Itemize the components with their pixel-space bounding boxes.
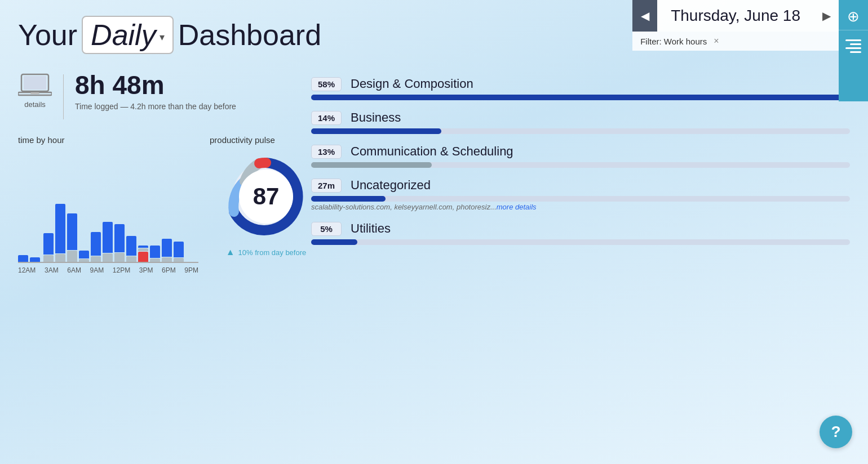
x-label-12pm: 12PM	[113, 266, 130, 274]
right-panel: 58%Design & Composition14%Business13%Com…	[311, 71, 850, 274]
header: Your Daily ▾ Dashboard ◀ Thursday, June …	[0, 0, 868, 60]
svg-rect-3	[30, 92, 39, 94]
donut-area: productivity pulse	[210, 135, 322, 257]
category-header: 5%Utilities	[311, 221, 850, 236]
category-badge: 58%	[311, 77, 342, 91]
x-label-6pm: 6PM	[162, 266, 176, 274]
bar-group	[55, 204, 65, 262]
progress-bar-fill	[311, 95, 850, 100]
bar-group	[18, 255, 28, 262]
progress-bar-fill	[311, 196, 386, 202]
x-label-3pm: 3PM	[139, 266, 153, 274]
filter-close-button[interactable]: ×	[714, 36, 719, 46]
bar-group	[30, 257, 40, 262]
x-label-9pm: 9PM	[184, 266, 198, 274]
progress-bar-fill	[311, 128, 441, 134]
progress-bar-track	[311, 95, 850, 100]
time-by-hour-label: time by hour	[18, 135, 198, 145]
date-nav-area: ◀ Thursday, June 18 ▶ Filter: Work hours…	[632, 0, 839, 51]
category-name: Design & Composition	[351, 77, 473, 91]
uncategorized-sub: scalability-solutions.com, kelseyyarnell…	[311, 203, 850, 211]
laptop-icon-wrap: details	[18, 73, 52, 109]
progress-bar-track	[311, 196, 850, 202]
filter-label: Filter: Work hours	[640, 37, 707, 46]
bar-group	[150, 246, 160, 262]
bar-group	[79, 251, 89, 262]
title-dashboard: Dashboard	[178, 18, 321, 52]
x-axis: 12AM 3AM 6AM 9AM 12PM 3PM 6PM 9PM	[18, 266, 198, 274]
prev-day-button[interactable]: ◀	[632, 0, 657, 32]
bar-group	[91, 232, 101, 262]
progress-bar-fill	[311, 162, 432, 168]
title-area: Your Daily ▾ Dashboard	[18, 16, 321, 54]
filter-row: Filter: Work hours ×	[632, 32, 839, 51]
details-label[interactable]: details	[24, 100, 46, 109]
side-panel: ⊕	[839, 0, 868, 101]
bar-group	[162, 239, 172, 262]
date-row: ◀ Thursday, June 18 ▶	[632, 0, 839, 32]
category-header: 27mUncategorized	[311, 178, 850, 193]
bar-group	[114, 224, 125, 262]
category-header: 58%Design & Composition	[311, 77, 850, 91]
daily-dropdown-icon[interactable]: ▾	[160, 31, 165, 43]
category-item: 13%Communication & Scheduling	[311, 144, 850, 168]
category-badge: 27m	[311, 179, 342, 193]
date-navigation: ◀ Thursday, June 18 ▶ Filter: Work hours…	[632, 0, 839, 51]
x-label-6am: 6AM	[67, 266, 81, 274]
bar-group	[174, 242, 184, 262]
left-panel: details 8h 48m Time logged — 4.2h more t…	[18, 71, 289, 274]
category-item: 27mUncategorizedscalability-solutions.co…	[311, 178, 850, 211]
category-item: 14%Business	[311, 110, 850, 134]
donut-chart: 87	[221, 151, 311, 242]
category-badge: 13%	[311, 145, 342, 159]
bar-chart: time by hour 12AM 3AM 6AM 9AM 12PM 3PM 6…	[18, 135, 198, 274]
vertical-divider	[63, 74, 64, 119]
category-badge: 5%	[311, 222, 342, 236]
donut-score: 87	[253, 183, 280, 210]
x-label-12am: 12AM	[18, 266, 36, 274]
bar-group	[103, 222, 113, 262]
x-label-9am: 9AM	[90, 266, 104, 274]
category-badge: 14%	[311, 111, 342, 125]
progress-bar-track	[311, 162, 850, 168]
bar-group	[126, 236, 136, 262]
list-view-icon[interactable]	[840, 35, 867, 57]
time-description: Time logged — 4.2h more than the day bef…	[75, 102, 236, 111]
category-item: 58%Design & Composition	[311, 77, 850, 100]
more-details-link[interactable]: more details	[497, 203, 537, 211]
add-icon[interactable]: ⊕	[839, 5, 868, 30]
help-button[interactable]: ?	[820, 416, 852, 448]
x-label-3am: 3AM	[45, 266, 59, 274]
donut-footer: ▲ 10% from day before	[226, 247, 307, 257]
category-name: Utilities	[351, 221, 391, 236]
current-date: Thursday, June 18	[657, 0, 814, 32]
time-info: 8h 48m Time logged — 4.2h more than the …	[75, 71, 236, 111]
time-value: 8h 48m	[75, 71, 236, 100]
title-daily: Daily	[91, 18, 156, 52]
category-name: Uncategorized	[351, 178, 431, 193]
category-header: 14%Business	[311, 110, 850, 125]
title-your: Your	[18, 18, 77, 52]
chart-area: time by hour 12AM 3AM 6AM 9AM 12PM 3PM 6…	[18, 135, 289, 274]
progress-bar-fill	[311, 239, 357, 245]
title-daily-box: Daily ▾	[82, 16, 174, 54]
svg-rect-1	[24, 76, 46, 90]
category-header: 13%Communication & Scheduling	[311, 144, 850, 159]
trend-text: 10% from day before	[238, 248, 307, 257]
category-name: Business	[351, 110, 401, 125]
main-content: details 8h 48m Time logged — 4.2h more t…	[0, 60, 868, 274]
progress-bar-track	[311, 128, 850, 134]
productivity-label: productivity pulse	[210, 135, 275, 145]
laptop-icon	[18, 73, 52, 97]
category-item: 5%Utilities	[311, 221, 850, 245]
bars-container	[18, 150, 198, 263]
bar-group	[67, 213, 77, 262]
trend-arrow-icon: ▲	[226, 247, 235, 257]
category-name: Communication & Scheduling	[351, 144, 513, 159]
next-day-button[interactable]: ▶	[814, 0, 839, 32]
bar-group	[43, 233, 54, 262]
time-summary: details 8h 48m Time logged — 4.2h more t…	[18, 71, 289, 119]
bar-group	[138, 246, 148, 262]
progress-bar-track	[311, 239, 850, 245]
